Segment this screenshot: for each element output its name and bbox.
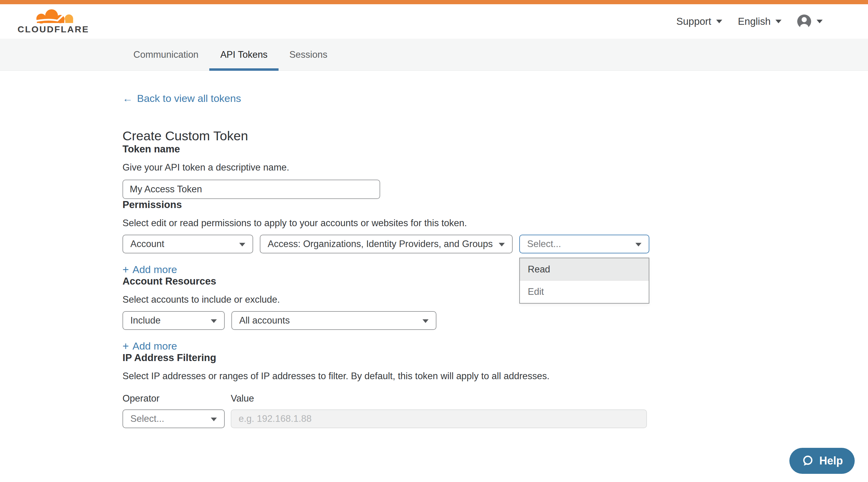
account-resources-add-more-link[interactable]: + Add more	[123, 340, 177, 352]
ip-filtering-description: Select IP addresses or ranges of IP addr…	[123, 371, 745, 382]
permission-level-dropdown: Read Edit	[519, 258, 649, 303]
account-mode-select[interactable]: Include	[123, 311, 225, 330]
account-resources-row: Include All accounts	[123, 311, 745, 330]
permissions-add-more-link[interactable]: + Add more	[123, 264, 177, 276]
dropdown-option-read[interactable]: Read	[520, 258, 649, 281]
user-avatar-icon	[797, 14, 811, 28]
dropdown-option-edit-label: Edit	[528, 286, 544, 297]
tab-api-tokens[interactable]: API Tokens	[209, 39, 278, 70]
account-resources-description: Select accounts to include or exclude.	[123, 294, 745, 305]
account-resources-add-more-label: Add more	[132, 340, 177, 352]
cloudflare-logo[interactable]: CLOUDFLARE	[18, 9, 81, 34]
tab-communication-label: Communication	[133, 49, 198, 60]
plus-icon: +	[123, 264, 129, 275]
main-content: ← Back to view all tokens Create Custom …	[123, 71, 745, 428]
account-mode-value: Include	[130, 315, 161, 326]
chevron-down-icon	[423, 319, 429, 323]
ip-filtering-row: Select...	[123, 410, 745, 428]
chevron-down-icon	[636, 243, 642, 247]
permission-scope-select[interactable]: Account	[123, 235, 253, 253]
permissions-heading: Permissions	[123, 199, 745, 211]
permissions-row: Account Access: Organizations, Identity …	[123, 235, 745, 253]
permission-group-select[interactable]: Access: Organizations, Identity Provider…	[260, 235, 513, 253]
chevron-down-icon	[775, 20, 781, 23]
tab-sessions[interactable]: Sessions	[279, 39, 338, 70]
back-link-label: Back to view all tokens	[137, 93, 241, 104]
ip-filtering-heading: IP Address Filtering	[123, 352, 745, 363]
help-button[interactable]: Help	[789, 448, 855, 474]
ip-operator-value: Select...	[130, 413, 164, 424]
dropdown-option-edit[interactable]: Edit	[520, 281, 649, 303]
cloudflare-cloud-icon	[29, 9, 81, 24]
chevron-down-icon	[239, 243, 245, 247]
token-name-input[interactable]	[123, 180, 380, 199]
ip-filtering-labels: Operator Value	[123, 393, 745, 404]
support-menu-label: Support	[676, 16, 711, 27]
brand-top-bar	[0, 0, 868, 4]
app-header: CLOUDFLARE Support English	[0, 4, 868, 39]
token-name-description: Give your API token a descriptive name.	[123, 162, 745, 173]
dropdown-option-read-label: Read	[528, 264, 550, 275]
chevron-down-icon	[716, 20, 722, 23]
chevron-down-icon	[211, 418, 217, 421]
permissions-add-more-label: Add more	[132, 264, 177, 276]
account-menu[interactable]	[797, 14, 823, 28]
language-menu[interactable]: English	[738, 16, 781, 27]
account-list-value: All accounts	[239, 315, 290, 326]
header-nav: Support English	[676, 14, 823, 28]
operator-label: Operator	[123, 393, 231, 404]
account-list-select[interactable]: All accounts	[231, 311, 436, 330]
token-name-heading: Token name	[123, 143, 745, 155]
language-menu-label: English	[738, 16, 771, 27]
back-arrow-icon: ←	[123, 93, 133, 104]
chevron-down-icon	[816, 20, 823, 23]
page-title: Create Custom Token	[123, 129, 745, 143]
tab-sessions-label: Sessions	[289, 49, 328, 60]
permission-level-select[interactable]: Select...	[519, 235, 649, 253]
permissions-description: Select edit or read permissions to apply…	[123, 218, 745, 229]
cloudflare-logo-text: CLOUDFLARE	[18, 25, 81, 34]
chat-bubble-icon	[801, 454, 814, 467]
tab-api-tokens-label: API Tokens	[220, 49, 267, 60]
chevron-down-icon	[499, 243, 505, 247]
permission-level-value: Select...	[527, 238, 561, 250]
chevron-down-icon	[211, 319, 217, 323]
account-resources-heading: Account Resources	[123, 276, 745, 287]
permission-scope-value: Account	[130, 238, 164, 250]
profile-tab-bar: Communication API Tokens Sessions	[0, 39, 868, 71]
plus-icon: +	[123, 341, 129, 352]
permission-group-value: Access: Organizations, Identity Provider…	[268, 238, 493, 250]
ip-operator-select[interactable]: Select...	[123, 410, 225, 428]
permission-level-wrap: Select... Read Edit	[519, 235, 649, 253]
tab-communication[interactable]: Communication	[123, 39, 209, 70]
value-label: Value	[231, 393, 254, 404]
help-button-label: Help	[819, 454, 843, 467]
support-menu[interactable]: Support	[676, 16, 722, 27]
ip-value-input[interactable]	[231, 410, 647, 428]
back-to-tokens-link[interactable]: ← Back to view all tokens	[123, 93, 241, 104]
